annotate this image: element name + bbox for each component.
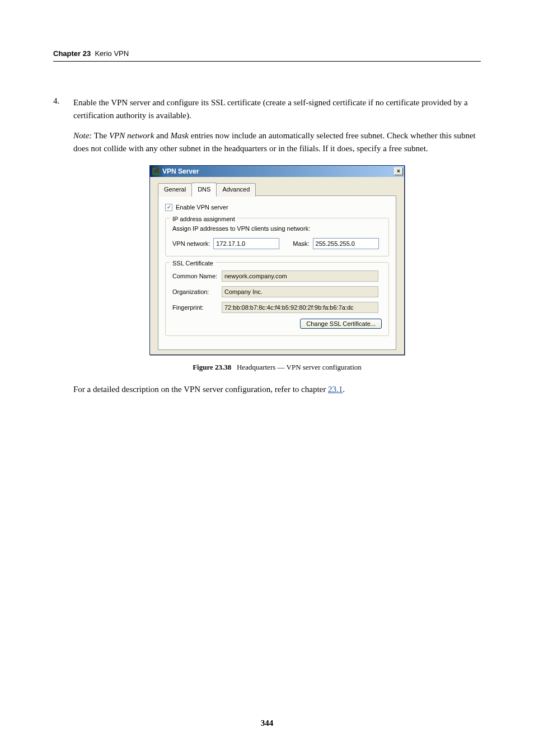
tab-bar: General DNS Advanced [158,183,396,196]
dialog-title: VPN Server [162,166,199,177]
ssl-certificate-group: SSL Certificate Common Name: Organizatio… [165,262,389,336]
ip-assignment-group: IP address assignment Assign IP addresse… [165,218,389,256]
closing-pre: For a detailed description on the VPN se… [73,385,328,394]
page-number: 344 [0,718,534,728]
ssl-certificate-legend: SSL Certificate [170,259,216,268]
mask-input[interactable] [313,238,379,249]
numbered-list-item: 4. Enable the VPN server and configure i… [53,96,481,403]
common-name-field [222,270,378,282]
list-number: 4. [53,96,63,403]
organization-row: Organization: [172,286,382,297]
change-ssl-button[interactable]: Change SSL Certificate... [300,319,382,329]
note-italic-mask: Mask [170,131,189,140]
ip-assignment-desc: Assign IP addresses to VPN clients using… [172,224,382,234]
vpn-network-row: VPN network: Mask: [172,238,382,249]
figure-label: Figure 23.38 [193,363,231,371]
tab-advanced[interactable]: Advanced [216,183,256,197]
note-mid: and [154,131,170,140]
dialog-titlebar: ⬛ VPN Server × [150,166,404,177]
chapter-label: Chapter 23 [53,49,91,58]
chapter-header: Chapter 23 Kerio VPN [53,49,481,62]
fingerprint-field [222,302,378,313]
list-body: Enable the VPN server and configure its … [73,96,481,403]
tab-general[interactable]: General [158,183,192,197]
fingerprint-label: Fingerprint: [172,303,218,312]
para-note: Note: The VPN network and Mask entries n… [73,129,481,156]
figure-caption: Figure 23.38 Headquarters — VPN server c… [73,362,481,373]
organization-field [222,286,378,297]
closing-post: . [343,385,345,394]
close-icon: × [397,167,400,176]
organization-label: Organization: [172,287,218,297]
common-name-label: Common Name: [172,272,218,281]
note-pre: The [92,131,109,140]
ssl-button-row: Change SSL Certificate... [172,319,382,329]
chapter-link[interactable]: 23.1 [328,385,343,394]
vpn-server-dialog: ⬛ VPN Server × General DNS Advanced [149,165,405,355]
close-button[interactable]: × [394,167,403,175]
app-icon: ⬛ [152,167,160,175]
tab-panel: ✓ Enable VPN server IP address assignmen… [158,195,396,350]
mask-label: Mask: [293,239,309,249]
check-icon: ✓ [167,205,171,210]
note-label: Note: [73,131,92,140]
enable-vpn-row: ✓ Enable VPN server [165,203,389,212]
common-name-row: Common Name: [172,270,382,282]
para-enable-vpn: Enable the VPN server and configure its … [73,96,481,123]
closing-paragraph: For a detailed description on the VPN se… [73,383,481,396]
vpn-network-input[interactable] [213,238,279,249]
figure-text: Headquarters — VPN server configuration [237,363,362,371]
enable-vpn-checkbox[interactable]: ✓ [165,204,172,211]
ip-assignment-legend: IP address assignment [170,214,237,224]
chapter-title: Kerio VPN [95,49,129,58]
fingerprint-row: Fingerprint: [172,302,382,313]
tab-dns[interactable]: DNS [191,183,217,196]
vpn-network-label: VPN network: [172,239,210,249]
note-italic-vpn-network: VPN network [109,131,154,140]
enable-vpn-label: Enable VPN server [176,203,228,212]
